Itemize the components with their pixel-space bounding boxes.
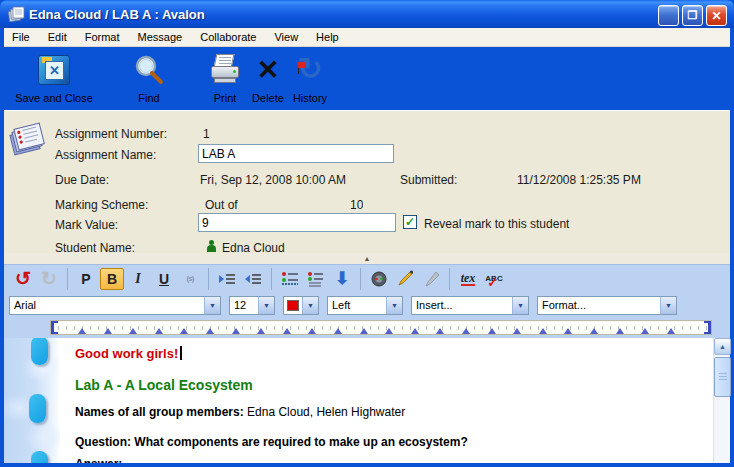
minimize-button[interactable]: _	[658, 5, 679, 26]
tab-stop-marker[interactable]	[411, 328, 419, 334]
tab-stop-marker[interactable]	[462, 328, 470, 334]
spell-as-you-type-button[interactable]: tex	[456, 268, 480, 290]
spell-check-icon: ABC✓	[485, 275, 502, 283]
tab-stop-marker[interactable]	[641, 328, 649, 334]
vertical-scrollbar[interactable]: ▲	[713, 338, 730, 463]
pane-splitter[interactable]: ▲	[4, 253, 730, 264]
history-button[interactable]: ↻ History	[287, 52, 333, 104]
bullet-list-button[interactable]	[278, 268, 302, 290]
tab-stop-marker[interactable]	[308, 328, 316, 334]
style-dropdown-row: Arial ▼ 12 ▼ ▼ Left ▼ Insert... ▼ Format…	[4, 292, 730, 318]
tab-stop-marker[interactable]	[616, 328, 624, 334]
ruler[interactable]	[50, 320, 712, 335]
reveal-mark-checkbox[interactable]: ✓	[403, 215, 417, 229]
menu-bar: File Edit Format Message Collaborate Vie…	[4, 28, 730, 47]
tab-stop-marker[interactable]	[206, 328, 214, 334]
indent-increase-button[interactable]	[215, 268, 239, 290]
menu-format[interactable]: Format	[85, 31, 120, 43]
tab-stop-marker[interactable]	[436, 328, 444, 334]
due-date-value: Fri, Sep 12, 2008 10:00 AM	[200, 173, 346, 187]
tab-stop-marker[interactable]	[334, 328, 342, 334]
indent-increase-icon	[218, 272, 236, 286]
members-line: Names of all group members: Edna Cloud, …	[75, 405, 405, 419]
underline-button[interactable]: U	[152, 268, 176, 290]
chevron-down-icon: ▼	[386, 297, 402, 314]
left-margin-marker[interactable]	[51, 321, 58, 334]
scrollbar-thumb[interactable]	[714, 357, 731, 397]
assignment-number-label: Assignment Number:	[55, 127, 167, 141]
menu-collaborate[interactable]: Collaborate	[200, 31, 256, 43]
plain-style-button[interactable]: P	[74, 268, 98, 290]
font-size-tag-button[interactable]: (s)	[178, 268, 202, 290]
menu-message[interactable]: Message	[138, 31, 183, 43]
spell-check-button[interactable]: ABC✓	[482, 268, 506, 290]
stamp-icon	[422, 270, 440, 288]
tab-stop-marker[interactable]	[590, 328, 598, 334]
font-color-dropdown[interactable]: ▼	[283, 296, 319, 315]
insert-below-button[interactable]: ⬇	[330, 268, 354, 290]
menu-file[interactable]: File	[12, 31, 30, 43]
tab-stop-marker[interactable]	[283, 328, 291, 334]
assignment-number-value: 1	[203, 127, 210, 141]
delete-icon: ✕	[257, 55, 280, 85]
font-size-dropdown[interactable]: 12 ▼	[229, 296, 275, 315]
save-and-close-button[interactable]: ✕ Save and Close	[12, 52, 96, 104]
tab-stop-marker[interactable]	[180, 328, 188, 334]
main-toolbar: ✕ Save and Close ▼ Find ▼	[4, 47, 730, 110]
chevron-down-icon: ▼	[660, 297, 676, 314]
tab-stop-marker[interactable]	[232, 328, 240, 334]
assignment-name-input[interactable]	[198, 144, 394, 163]
ruler-row	[4, 318, 730, 338]
editor-body[interactable]: Good work girls! Lab A - A Local Ecosyst…	[4, 338, 713, 463]
collapse-icon: ▲	[364, 255, 371, 262]
delete-button[interactable]: ✕ Delete	[247, 52, 289, 104]
close-button[interactable]: ✕	[706, 5, 727, 26]
align-dropdown[interactable]: Left ▼	[327, 296, 403, 315]
submitted-value: 11/12/2008 1:25:35 PM	[517, 173, 641, 187]
bold-button[interactable]: B	[100, 268, 124, 290]
menu-view[interactable]: View	[274, 31, 298, 43]
tab-stop-marker[interactable]	[539, 328, 547, 334]
mark-value-input[interactable]	[198, 213, 396, 232]
right-margin-marker[interactable]	[704, 321, 711, 334]
tab-stop-marker[interactable]	[78, 328, 86, 334]
scroll-up-button[interactable]: ▲	[714, 338, 731, 355]
tab-stop-marker[interactable]	[155, 328, 163, 334]
italic-button[interactable]: I	[126, 268, 150, 290]
menu-help[interactable]: Help	[316, 31, 339, 43]
tab-stop-marker[interactable]	[360, 328, 368, 334]
stationery-margin	[4, 338, 60, 463]
highlight-pen-button[interactable]	[393, 268, 417, 290]
undo-button[interactable]: ↺	[11, 268, 35, 290]
find-button[interactable]: Find	[124, 52, 174, 104]
link-target-button[interactable]	[367, 268, 391, 290]
assignment-name-label: Assignment Name:	[55, 148, 156, 162]
stamp-button[interactable]	[419, 268, 443, 290]
maximize-button[interactable]: ❐	[682, 5, 703, 26]
print-button[interactable]: Print	[206, 52, 244, 104]
tab-stop-marker[interactable]	[104, 328, 112, 334]
title-bar[interactable]: Edna Cloud / LAB A : Avalon _ ❐ ✕	[0, 0, 734, 28]
chevron-down-icon: ▼	[512, 297, 528, 314]
tab-stop-marker[interactable]	[513, 328, 521, 334]
chevron-down-icon: ▼	[204, 297, 220, 314]
assignment-form: Assignment Number: 1 Assignment Name: Du…	[4, 110, 730, 253]
tab-stop-marker[interactable]	[257, 328, 265, 334]
insert-dropdown[interactable]: Insert... ▼	[411, 296, 529, 315]
tab-stop-marker[interactable]	[564, 328, 572, 334]
font-dropdown[interactable]: Arial ▼	[9, 296, 221, 315]
menu-edit[interactable]: Edit	[48, 31, 67, 43]
tab-stop-marker[interactable]	[129, 328, 137, 334]
numbered-list-button[interactable]	[304, 268, 328, 290]
chevron-down-icon: ▼	[258, 297, 274, 314]
numbered-list-icon	[307, 271, 325, 287]
indent-decrease-button[interactable]	[241, 268, 265, 290]
tab-stop-marker[interactable]	[385, 328, 393, 334]
tab-stop-marker[interactable]	[488, 328, 496, 334]
redo-button[interactable]: ↻	[37, 268, 61, 290]
tab-stop-marker[interactable]	[667, 328, 675, 334]
color-swatch	[287, 300, 299, 311]
bullet-list-icon	[281, 271, 299, 287]
format-dropdown[interactable]: Format... ▼	[537, 296, 677, 315]
document-stack-icon	[7, 5, 25, 23]
